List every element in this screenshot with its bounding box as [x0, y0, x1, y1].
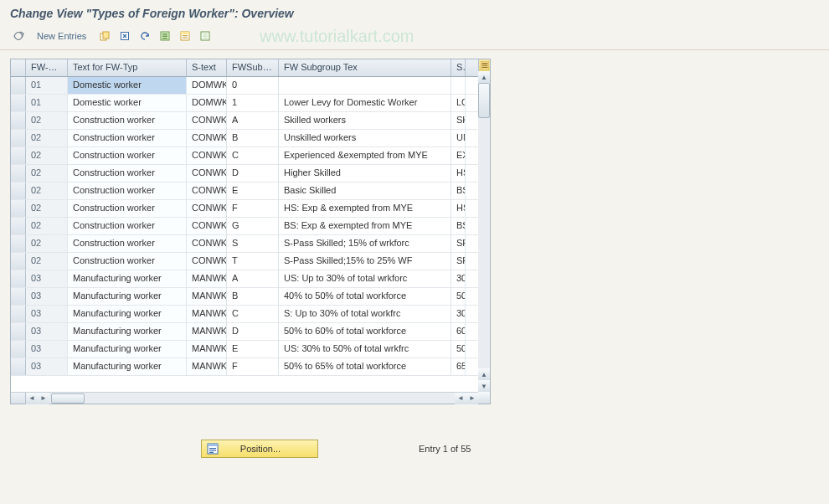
cell-fw-type[interactable]: 02: [26, 235, 68, 252]
cell-s-text[interactable]: CONWK: [187, 218, 227, 234]
cell-fw-subgroup[interactable]: G: [227, 218, 279, 234]
vscroll-near-bottom[interactable]: ▲: [478, 368, 490, 380]
col-last[interactable]: S-: [451, 59, 466, 76]
col-s-text[interactable]: S-text: [187, 59, 227, 76]
cell-last[interactable]: 50: [451, 341, 466, 357]
cell-last[interactable]: 60: [451, 323, 466, 340]
cell-last[interactable]: BS: [451, 218, 466, 234]
cell-last[interactable]: SK: [451, 112, 466, 129]
cell-s-text[interactable]: CONWK: [187, 235, 227, 252]
cell-fw-subgroup-text[interactable]: [279, 77, 451, 94]
cell-last[interactable]: EX: [451, 147, 466, 164]
cell-fw-subgroup-text[interactable]: S-Pass Skilled; 15% of wrkforc: [279, 235, 451, 252]
table-row[interactable]: 02Construction workerCONWKGBS: Exp & exe…: [11, 218, 478, 235]
cell-fw-subgroup[interactable]: B: [227, 288, 279, 305]
row-handle[interactable]: [11, 270, 26, 287]
cell-fw-subgroup-text[interactable]: Unskilled workers: [279, 130, 451, 147]
cell-last[interactable]: HS: [451, 165, 466, 182]
col-fw-type[interactable]: FW-Ty...: [26, 59, 68, 76]
row-handle[interactable]: [11, 253, 26, 270]
cell-s-text[interactable]: MANWK: [187, 306, 227, 322]
row-handle[interactable]: [11, 306, 26, 322]
cell-last[interactable]: [451, 77, 466, 94]
cell-text-fw-type[interactable]: Construction worker: [68, 130, 187, 147]
cell-text-fw-type[interactable]: Construction worker: [68, 200, 187, 217]
cell-fw-subgroup[interactable]: A: [227, 270, 279, 287]
cell-fw-type[interactable]: 02: [26, 218, 68, 234]
cell-s-text[interactable]: CONWK: [187, 165, 227, 182]
hscroll-step-left-b[interactable]: ◄: [455, 393, 466, 404]
table-row[interactable]: 02Construction workerCONWKDHigher Skille…: [11, 165, 478, 183]
cell-fw-type[interactable]: 03: [26, 341, 68, 357]
cell-s-text[interactable]: CONWK: [187, 112, 227, 129]
cell-fw-subgroup-text[interactable]: Basic Skilled: [279, 183, 451, 199]
cell-fw-type[interactable]: 02: [26, 253, 68, 270]
table-config-icon[interactable]: [478, 59, 490, 71]
cell-last[interactable]: 30: [451, 306, 466, 322]
cell-fw-subgroup[interactable]: C: [227, 147, 279, 164]
cell-fw-subgroup[interactable]: E: [227, 183, 279, 199]
table-row[interactable]: 02Construction workerCONWKCExperienced &…: [11, 147, 478, 165]
table-row[interactable]: 01Domestic workerDOMWK1Lower Levy for Do…: [11, 95, 478, 112]
table-row[interactable]: 03Manufacturing workerMANWKD50% to 60% o…: [11, 323, 478, 341]
table-row[interactable]: 02Construction workerCONWKASkilled worke…: [11, 112, 478, 130]
cell-s-text[interactable]: CONWK: [187, 147, 227, 164]
cell-fw-subgroup[interactable]: F: [227, 358, 279, 375]
cell-fw-type[interactable]: 02: [26, 112, 68, 129]
cell-text-fw-type[interactable]: Manufacturing worker: [68, 323, 187, 340]
cell-text-fw-type[interactable]: Construction worker: [68, 235, 187, 252]
table-row[interactable]: 03Manufacturing workerMANWKAUS: Up to 30…: [11, 270, 478, 288]
toggle-display-icon[interactable]: [10, 28, 27, 44]
cell-text-fw-type[interactable]: Domestic worker: [68, 95, 187, 111]
col-fw-subgroup[interactable]: FWSubgru...: [227, 59, 279, 76]
cell-fw-type[interactable]: 03: [26, 358, 68, 375]
col-text-fw-type[interactable]: Text for FW-Typ: [68, 59, 187, 76]
cell-s-text[interactable]: MANWK: [187, 323, 227, 340]
cell-last[interactable]: BS: [451, 183, 466, 199]
cell-fw-type[interactable]: 01: [26, 77, 68, 94]
table-row[interactable]: 03Manufacturing workerMANWKB40% to 50% o…: [11, 288, 478, 306]
select-all-icon[interactable]: [157, 28, 173, 44]
cell-fw-type[interactable]: 02: [26, 200, 68, 217]
hscroll-thumb-left[interactable]: [51, 393, 85, 404]
cell-last[interactable]: HS: [451, 200, 466, 217]
cell-fw-subgroup[interactable]: C: [227, 306, 279, 322]
cell-fw-subgroup-text[interactable]: Experienced &exempted from MYE: [279, 147, 451, 164]
cell-text-fw-type[interactable]: Construction worker: [68, 218, 187, 234]
cell-last[interactable]: 30: [451, 270, 466, 287]
cell-text-fw-type[interactable]: Construction worker: [68, 112, 187, 129]
table-row[interactable]: 03Manufacturing workerMANWKCS: Up to 30%…: [11, 306, 478, 323]
cell-text-fw-type[interactable]: Construction worker: [68, 165, 187, 182]
cell-text-fw-type[interactable]: Domestic worker: [68, 77, 187, 94]
cell-fw-type[interactable]: 02: [26, 130, 68, 147]
table-row[interactable]: 01Domestic workerDOMWK0: [11, 77, 478, 95]
table-row[interactable]: 02Construction workerCONWKSS-Pass Skille…: [11, 235, 478, 253]
cell-fw-subgroup[interactable]: 0: [227, 77, 279, 94]
vscroll-up[interactable]: ▲: [478, 71, 490, 83]
row-handle[interactable]: [11, 288, 26, 305]
cell-s-text[interactable]: MANWK: [187, 358, 227, 375]
cell-text-fw-type[interactable]: Manufacturing worker: [68, 306, 187, 322]
cell-fw-subgroup[interactable]: E: [227, 341, 279, 357]
row-handle[interactable]: [11, 323, 26, 340]
cell-text-fw-type[interactable]: Manufacturing worker: [68, 270, 187, 287]
cell-fw-type[interactable]: 03: [26, 323, 68, 340]
row-handle[interactable]: [11, 341, 26, 357]
table-row[interactable]: 03Manufacturing workerMANWKF50% to 65% o…: [11, 358, 478, 376]
hscroll-first-left[interactable]: ◄: [26, 393, 38, 404]
position-button[interactable]: Position...: [201, 440, 318, 458]
cell-last[interactable]: SP: [451, 253, 466, 270]
undo-change-icon[interactable]: [136, 28, 153, 44]
cell-fw-subgroup-text[interactable]: Skilled workers: [279, 112, 451, 129]
cell-s-text[interactable]: MANWK: [187, 288, 227, 305]
cell-s-text[interactable]: DOMWK: [187, 77, 227, 94]
cell-text-fw-type[interactable]: Manufacturing worker: [68, 288, 187, 305]
cell-fw-type[interactable]: 01: [26, 95, 68, 111]
table-row[interactable]: 02Construction workerCONWKTS-Pass Skille…: [11, 253, 478, 270]
vscroll-down[interactable]: ▼: [478, 380, 490, 392]
cell-s-text[interactable]: MANWK: [187, 341, 227, 357]
cell-text-fw-type[interactable]: Construction worker: [68, 183, 187, 199]
cell-last[interactable]: LO: [451, 95, 466, 111]
cell-last[interactable]: 65: [451, 358, 466, 375]
cell-fw-subgroup-text[interactable]: S: Up to 30% of total workfrc: [279, 306, 451, 322]
